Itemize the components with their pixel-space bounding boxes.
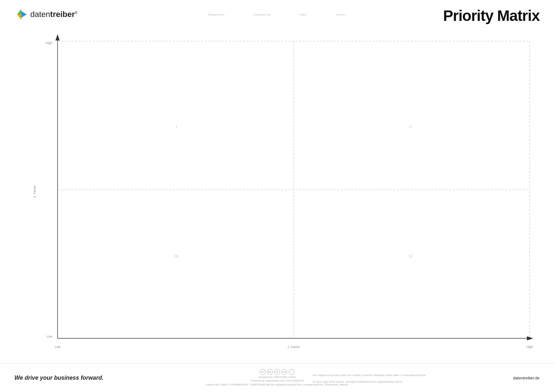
- svg-text:Low: Low: [55, 345, 61, 349]
- cc-by-icon: by: [267, 369, 273, 375]
- chart-area: High 2. Factor Low Low 1. Factor High I …: [22, 31, 543, 352]
- svg-text:II: II: [409, 124, 412, 129]
- footer-license-text: This material is licensed under the Crea…: [312, 371, 428, 384]
- svg-marker-6: [527, 336, 533, 340]
- cc-icon: cc: [260, 369, 265, 375]
- logo-icon: [14, 8, 28, 21]
- cc-nd-icon: nd: [281, 369, 287, 375]
- svg-text:IV: IV: [409, 254, 413, 259]
- footer: We drive your business forward. cc by sa…: [0, 363, 554, 392]
- page-title: Priority Matrix: [443, 7, 540, 25]
- meta-version: Version:: [335, 13, 346, 16]
- svg-text:2. Factor: 2. Factor: [33, 185, 36, 198]
- logo: datentreiber®: [14, 8, 78, 21]
- footer-website: datentreiber.de: [513, 376, 540, 380]
- svg-marker-2: [21, 11, 27, 18]
- meta-designed-for: Designed for:: [208, 13, 225, 16]
- svg-marker-4: [56, 34, 60, 40]
- svg-text:III: III: [175, 254, 179, 259]
- cc-sa-icon: sa: [274, 369, 280, 375]
- header: datentreiber® Designed for: Designed by:…: [0, 0, 554, 29]
- svg-text:1. Factor: 1. Factor: [287, 345, 300, 349]
- priority-matrix-chart: High 2. Factor Low Low 1. Factor High I …: [22, 31, 543, 352]
- svg-text:Low: Low: [47, 335, 53, 338]
- svg-text:I: I: [176, 124, 177, 129]
- meta-date: Date:: [300, 13, 307, 16]
- svg-marker-0: [17, 9, 21, 14]
- svg-text:High: High: [527, 345, 533, 349]
- footer-tagline: We drive your business forward.: [14, 375, 104, 381]
- cc-info-icon: i: [289, 369, 294, 375]
- logo-text: datentreiber®: [30, 10, 78, 19]
- header-meta: Designed for: Designed by: Date: Version…: [208, 13, 346, 16]
- svg-text:High: High: [46, 41, 52, 45]
- meta-designed-by: Designed by:: [254, 13, 271, 16]
- svg-marker-1: [17, 14, 21, 20]
